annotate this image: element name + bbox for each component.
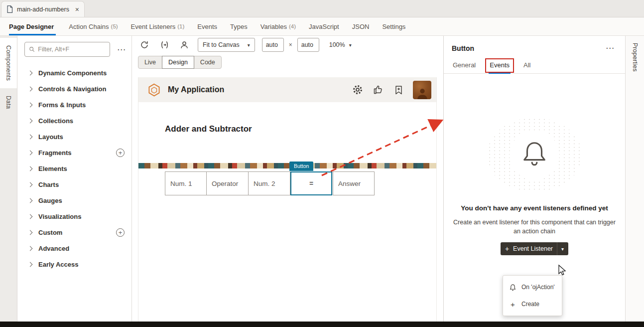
tree-item-forms-inputs[interactable]: Forms & Inputs — [17, 97, 131, 113]
tree-item-controls-navigation[interactable]: Controls & Navigation — [17, 81, 131, 97]
panel-tab-data[interactable]: Data — [0, 88, 17, 117]
zoom-value: 100% — [329, 41, 345, 48]
browser-tab-title: main-add-numbers — [17, 6, 71, 13]
canvas-column: Fit to Canvas ▾ × 100% ▾ Live Design Cod… — [132, 36, 443, 322]
live-button[interactable]: Live — [138, 56, 162, 69]
empty-illustration — [487, 118, 582, 192]
panel-tab-properties[interactable]: Properties — [626, 37, 644, 78]
overflow-menu-icon[interactable]: ⋯ — [115, 44, 128, 55]
chevron-right-icon — [28, 166, 33, 171]
tree-item-fragments[interactable]: Fragments+ — [17, 145, 131, 161]
tree-item-collections[interactable]: Collections — [17, 113, 131, 129]
add-circle-icon[interactable]: + — [116, 228, 125, 237]
filter-input[interactable] — [38, 46, 106, 53]
tab-types[interactable]: Types — [230, 17, 248, 35]
tab-all[interactable]: All — [522, 57, 531, 74]
num2-field[interactable]: Num. 2 — [249, 171, 290, 195]
tree-item-label: Fragments — [38, 149, 71, 157]
zoom-select[interactable]: 100% ▾ — [329, 41, 352, 48]
fit-to-canvas-select[interactable]: Fit to Canvas ▾ — [198, 38, 255, 52]
tree-item-gauges[interactable]: Gauges — [17, 192, 131, 208]
calculator-form-row: Num. 1 Operator Num. 2 Button = Answer — [165, 171, 436, 195]
tab-general[interactable]: General — [452, 57, 477, 74]
avatar[interactable] — [413, 81, 431, 99]
properties-tabs: General Events All — [444, 53, 625, 74]
user-preview-button[interactable] — [178, 38, 191, 51]
tree-item-visualizations[interactable]: Visualizations — [17, 208, 131, 224]
tree-item-elements[interactable]: Elements — [17, 161, 131, 176]
tab-events[interactable]: Events — [197, 17, 217, 35]
num1-field[interactable]: Num. 1 — [165, 171, 207, 195]
overflow-menu-icon[interactable]: ⋯ — [604, 43, 616, 53]
browser-tab[interactable]: main-add-numbers × — [1, 1, 85, 17]
tab-label: Variables — [260, 23, 287, 30]
canvas-height-input[interactable] — [297, 38, 319, 52]
panel-tab-label: Properties — [632, 43, 639, 72]
tab-settings[interactable]: Settings — [382, 17, 405, 35]
page-title[interactable]: Adder and Subtractor — [165, 124, 436, 134]
chevron-right-icon — [28, 230, 33, 235]
menu-item-on-ojaction[interactable]: On 'ojAction' — [503, 279, 562, 296]
tree-item-label: Elements — [38, 165, 67, 172]
tab-events[interactable]: Events — [489, 57, 511, 74]
bookmark-button[interactable] — [392, 84, 404, 96]
tab-json[interactable]: JSON — [352, 17, 370, 35]
field-label: Num. 2 — [254, 180, 275, 187]
tab-label: JavaScript — [309, 23, 339, 30]
tab-label: Events — [490, 61, 510, 69]
selected-component: Button = — [290, 171, 332, 195]
add-circle-icon[interactable]: + — [116, 149, 125, 157]
event-listener-button[interactable]: + Event Listener ▾ — [501, 242, 568, 255]
caret-down-icon: ▾ — [349, 42, 352, 48]
tab-label: Types — [230, 23, 248, 30]
decorative-stripe-band[interactable] — [138, 163, 436, 168]
code-button[interactable]: Code — [194, 56, 222, 69]
operator-field[interactable]: Operator — [207, 171, 249, 195]
tab-variables[interactable]: Variables(4) — [260, 17, 296, 35]
equals-button[interactable]: = — [290, 171, 332, 195]
tree-item-layouts[interactable]: Layouts — [17, 129, 131, 145]
browser-tab-strip: main-add-numbers × — [0, 0, 644, 17]
tree-item-custom[interactable]: Custom+ — [17, 224, 131, 240]
caret-down-icon: ▾ — [248, 42, 250, 48]
tree-item-dynamic-components[interactable]: Dynamic Components — [17, 65, 131, 81]
answer-field[interactable]: Answer — [333, 171, 375, 195]
bookmark-add-icon — [394, 85, 403, 95]
close-icon[interactable]: × — [75, 6, 79, 13]
left-rail: Components Data — [0, 36, 17, 322]
tab-event-listeners[interactable]: Event Listeners(1) — [131, 17, 185, 35]
tab-count: (1) — [177, 23, 184, 29]
tree-item-label: Visualizations — [38, 213, 81, 220]
main-area: Components Data ⋯ Dynamic Components Con… — [0, 36, 644, 322]
like-button[interactable] — [372, 84, 384, 96]
empty-state: You don't have any event listeners defin… — [444, 74, 625, 255]
filter-row: ⋯ — [17, 36, 131, 61]
chevron-right-icon — [28, 134, 33, 139]
refresh-icon — [140, 40, 149, 49]
bell-icon — [509, 284, 516, 291]
caret-down-icon[interactable]: ▾ — [561, 246, 564, 252]
chevron-right-icon — [28, 262, 33, 267]
tree-item-early-access[interactable]: Early Access — [17, 256, 131, 272]
tab-javascript[interactable]: JavaScript — [309, 17, 339, 35]
design-button[interactable]: Design — [162, 56, 194, 69]
bell-icon — [519, 139, 550, 169]
panel-tab-components[interactable]: Components — [0, 38, 17, 88]
chevron-right-icon — [28, 70, 33, 75]
parentheses-icon — [160, 40, 169, 49]
tab-action-chains[interactable]: Action Chains(5) — [69, 17, 118, 35]
chevron-right-icon — [28, 198, 33, 203]
tree-item-charts[interactable]: Charts — [17, 176, 131, 192]
expression-button[interactable] — [158, 38, 171, 51]
menu-item-create[interactable]: + Create — [503, 296, 562, 313]
tree-item-advanced[interactable]: Advanced — [17, 240, 131, 256]
refresh-button[interactable] — [138, 38, 151, 51]
properties-title: Button — [452, 44, 474, 52]
properties-panel: Button ⋯ General Events All You don't ha… — [443, 36, 625, 322]
gear-button[interactable] — [352, 84, 364, 96]
tab-page-designer[interactable]: Page Designer — [9, 17, 56, 35]
design-canvas: My Application — [132, 71, 443, 322]
designed-page: My Application — [138, 77, 437, 322]
canvas-width-input[interactable] — [262, 38, 284, 52]
app-header[interactable]: My Application — [138, 77, 436, 102]
